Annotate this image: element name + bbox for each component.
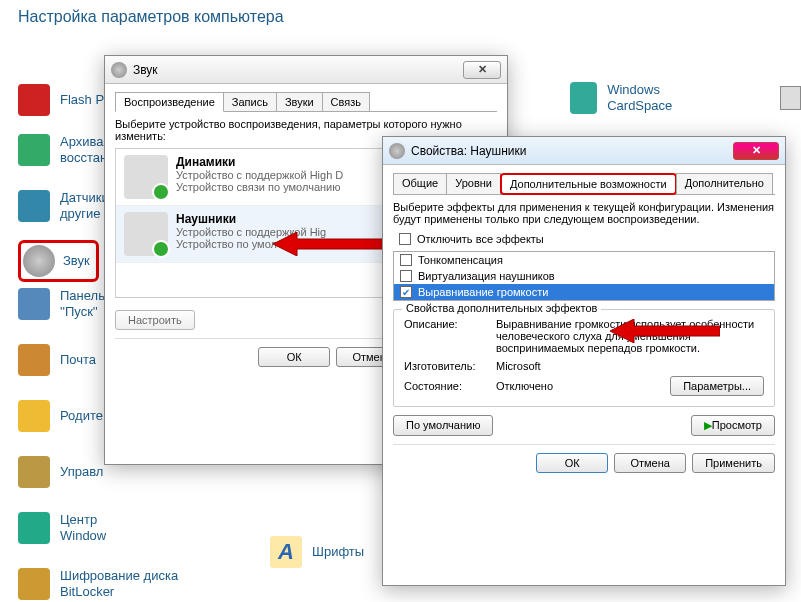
svg-marker-0: [273, 232, 383, 256]
effect-loudness-eq[interactable]: ✔Выравнивание громкости: [394, 284, 774, 300]
props-close-button[interactable]: ✕: [733, 142, 779, 160]
cp-fonts: Шрифты: [312, 544, 364, 560]
sensors-icon: [18, 190, 50, 222]
cp-cardspace-row[interactable]: Windows CardSpace: [570, 82, 801, 114]
cp-health[interactable]: ЦентрWindow: [60, 512, 106, 543]
manage-icon: [18, 456, 50, 488]
effects-list[interactable]: Тонкомпенсация Виртуализация наушников ✔…: [393, 251, 775, 301]
tab-sounds[interactable]: Звуки: [276, 92, 323, 111]
group-legend: Свойства дополнительных эффектов: [402, 302, 601, 314]
cp-manage[interactable]: Управл: [60, 464, 103, 480]
tab-advanced[interactable]: Дополнительно: [676, 173, 773, 194]
tab-enhancements[interactable]: Дополнительные возможности: [500, 173, 677, 195]
sound-dialog-title: Звук: [133, 63, 158, 77]
arrow-to-headphones: [273, 232, 383, 256]
tab-general[interactable]: Общие: [393, 173, 447, 194]
maker-label: Изготовитель:: [404, 360, 488, 372]
props-tabs: Общие Уровни Дополнительные возможности …: [393, 173, 775, 195]
effect-tone[interactable]: Тонкомпенсация: [394, 252, 774, 268]
preview-button[interactable]: ▶Просмотр: [691, 415, 775, 436]
backup-icon: [18, 134, 50, 166]
cp-taskbar[interactable]: Панель''Пуск'': [60, 288, 105, 319]
sound-ok-button[interactable]: ОК: [258, 347, 330, 367]
sound-dialog-icon: [111, 62, 127, 78]
cp-sound: Звук: [63, 253, 90, 269]
tab-levels[interactable]: Уровни: [446, 173, 501, 194]
checkbox-icon: [399, 233, 411, 245]
fonts-icon: A: [270, 536, 302, 568]
parental-icon: [18, 400, 50, 432]
mail-icon: [18, 344, 50, 376]
state-label: Состояние:: [404, 380, 488, 392]
props-title: Свойства: Наушники: [411, 144, 526, 158]
tab-record[interactable]: Запись: [223, 92, 277, 111]
props-instruction: Выберите эффекты для применения к текуще…: [393, 201, 775, 225]
sound-icon: [23, 245, 55, 277]
cp-sound-row[interactable]: Звук: [18, 240, 99, 282]
taskbar-icon: [18, 288, 50, 320]
cp-parental[interactable]: Родите: [60, 408, 103, 424]
properties-dialog: Свойства: Наушники ✕ Общие Уровни Дополн…: [382, 136, 786, 586]
props-apply-button[interactable]: Применить: [692, 453, 775, 473]
cp-sensors[interactable]: Датчикидругие: [60, 190, 109, 221]
flash-icon: [18, 84, 50, 116]
action-center-icon: [18, 512, 50, 544]
arrow-to-loudness: [610, 319, 720, 343]
props-icon: [389, 143, 405, 159]
sound-close-button[interactable]: ✕: [463, 61, 501, 79]
parameters-button[interactable]: Параметры...: [670, 376, 764, 396]
props-cancel-button[interactable]: Отмена: [614, 453, 686, 473]
cp-fonts-row[interactable]: AШрифты: [270, 536, 364, 568]
speakers-icon: [124, 155, 168, 199]
state-text: Отключено: [496, 380, 553, 392]
cp-cardspace: Windows CardSpace: [607, 82, 710, 113]
disable-all-effects[interactable]: Отключить все эффекты: [393, 231, 775, 247]
cp-flash[interactable]: Flash P: [60, 92, 104, 108]
sound-tabs: Воспроизведение Запись Звуки Связь: [115, 92, 497, 112]
cp-backup[interactable]: Архивавосстан: [60, 134, 107, 165]
desc-label: Описание:: [404, 318, 488, 354]
cp-bitlocker[interactable]: Шифрование дискаBitLocker: [60, 568, 178, 599]
effect-virtualization[interactable]: Виртуализация наушников: [394, 268, 774, 284]
configure-button[interactable]: Настроить: [115, 310, 195, 330]
props-ok-button[interactable]: ОК: [536, 453, 608, 473]
restore-icon: [780, 86, 801, 110]
svg-marker-1: [610, 319, 720, 343]
cardspace-icon: [570, 82, 597, 114]
headphones-icon: [124, 212, 168, 256]
bitlocker-icon: [18, 568, 50, 600]
maker-text: Microsoft: [496, 360, 541, 372]
tab-playback[interactable]: Воспроизведение: [115, 92, 224, 112]
tab-comm[interactable]: Связь: [322, 92, 370, 111]
cp-mail[interactable]: Почта: [60, 352, 96, 368]
props-default-button[interactable]: По умолчанию: [393, 415, 493, 436]
page-title: Настройка параметров компьютера: [18, 8, 284, 26]
